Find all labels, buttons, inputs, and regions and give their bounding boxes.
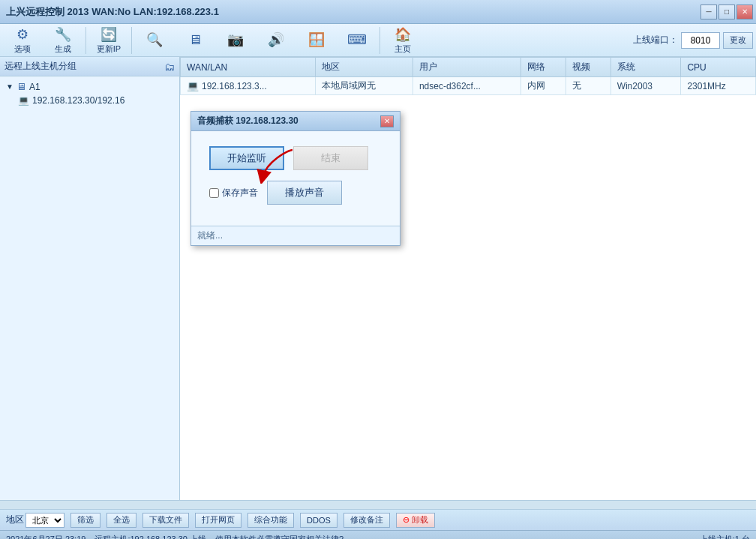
toolbar-monitor[interactable]: 🖥 (176, 31, 214, 50)
tree-item-label: A1 (29, 82, 40, 92)
toolbar-audio[interactable]: 🔊 (256, 30, 296, 50)
toolbar-generate-label: 生成 (55, 43, 71, 55)
open-web-button[interactable]: 打开网页 (195, 513, 242, 528)
data-table: WAN/LAN 地区 用户 网络 视频 系统 CPU 💻192.168.123.… (180, 57, 756, 95)
toolbar: ⚙ 选项 🔧 生成 🔄 更新IP 🔍 🖥 📷 🔊 🪟 ⌨ 🏠 主页 上线端口： … (0, 24, 756, 57)
sidebar: 远程上线主机分组 🗂 ▼ 🖥 A1 💻 192.168.123.30/192.1… (0, 57, 180, 500)
folder-icon: 🖥 (16, 81, 26, 92)
col-wan-lan: WAN/LAN (181, 58, 316, 77)
tree-child-host[interactable]: 💻 192.168.123.30/192.16 (15, 94, 176, 107)
toolbar-sep-1 (86, 27, 86, 54)
datetime-text: 2021年6月27日 23:19 (6, 534, 86, 539)
search-icon: 🔍 (146, 31, 163, 48)
table-row[interactable]: 💻192.168.123.3... 本地局域网无 ndsec-d362cf...… (181, 77, 756, 95)
sidebar-header: 远程上线主机分组 🗂 (0, 57, 179, 76)
toolbar-home-label: 主页 (394, 43, 411, 55)
stop-button[interactable]: 结束 (293, 146, 368, 170)
modify-button[interactable]: 修改备注 (344, 513, 390, 528)
toolbar-generate[interactable]: 🔧 生成 (44, 25, 82, 56)
toolbar-keyboard[interactable]: ⌨ (338, 30, 376, 50)
uninstall-button[interactable]: ⊖ 卸载 (396, 513, 435, 528)
col-video: 视频 (566, 58, 610, 77)
dialog-close-button[interactable]: ✕ (380, 115, 394, 127)
window-icon: 🪟 (308, 31, 325, 48)
toolbar-options-label: 选项 (14, 43, 31, 55)
cell-system: Win2003 (610, 77, 681, 95)
sidebar-icon: 🗂 (164, 61, 175, 73)
toolbar-home[interactable]: 🏠 主页 (383, 25, 422, 56)
status-text: 就绪... (197, 230, 223, 241)
col-user: 用户 (412, 58, 520, 77)
toolbar-options[interactable]: ⚙ 选项 (3, 25, 42, 56)
port-label: 上线端口： (633, 34, 678, 46)
port-input[interactable] (681, 32, 720, 49)
toolbar-update-ip-label: 更新IP (97, 43, 121, 55)
dialog-titlebar: 音频捕获 192.168.123.30 ✕ (191, 112, 400, 131)
dialog-buttons-row2: 保存声音 播放声音 (209, 181, 382, 205)
port-change-button[interactable]: 更改 (723, 32, 753, 49)
sidebar-tree: ▼ 🖥 A1 💻 192.168.123.30/192.16 (0, 76, 179, 110)
save-sound-checkbox[interactable] (209, 188, 219, 198)
uninstall-label: 卸载 (412, 514, 428, 526)
col-system: 系统 (610, 58, 681, 77)
remote-host-text: 远程主机:192.168.123.30 上线 (94, 534, 206, 539)
toolbar-camera[interactable]: 📷 (216, 30, 255, 50)
audio-icon: 🔊 (268, 31, 284, 48)
refresh-icon: 🔄 (100, 26, 117, 43)
dialog-content: 开始监听 结束 保存声音 播放声音 (191, 131, 400, 217)
save-sound-label: 保存声音 (222, 187, 258, 199)
col-network: 网络 (521, 58, 566, 77)
online-count-text: 上线主机:1 台 (700, 534, 750, 539)
col-area: 地区 (316, 58, 413, 77)
combined-button[interactable]: 综合功能 (248, 513, 294, 528)
toolbar-sep-3 (380, 27, 380, 54)
toolbar-search[interactable]: 🔍 (135, 30, 174, 50)
toolbar-window[interactable]: 🪟 (297, 30, 336, 50)
title-bar: 上兴远程控制 2013 WAN:No LAN:192.168.223.1 ─ □… (0, 0, 756, 24)
monitor-icon: 🖥 (188, 32, 202, 48)
cell-user: ndsec-d362cf... (412, 77, 520, 95)
download-button[interactable]: 下载文件 (142, 513, 189, 528)
keyboard-icon: ⌨ (347, 31, 367, 48)
area-select[interactable]: 北京 (26, 513, 64, 528)
uninstall-icon: ⊖ (403, 515, 410, 525)
table-header-row: WAN/LAN 地区 用户 网络 视频 系统 CPU (181, 58, 756, 77)
start-listen-button[interactable]: 开始监听 (209, 146, 284, 170)
tree-expand-icon: ▼ (6, 82, 14, 91)
camera-icon: 📷 (227, 31, 244, 48)
toolbar-update-ip[interactable]: 🔄 更新IP (89, 25, 128, 56)
horizontal-scrollbar[interactable] (0, 500, 756, 509)
audio-dialog: 音频捕获 192.168.123.30 ✕ 开始监听 结束 保存声音 播放声音 … (190, 111, 400, 246)
select-all-button[interactable]: 全选 (106, 513, 136, 528)
dialog-title: 音频捕获 192.168.123.30 (197, 115, 298, 127)
play-sound-button[interactable]: 播放声音 (267, 181, 342, 205)
minimize-button[interactable]: ─ (700, 4, 717, 19)
home-icon: 🏠 (394, 26, 411, 43)
port-area: 上线端口： 更改 (633, 32, 753, 49)
wrench-icon: 🔧 (55, 26, 71, 43)
app-title: 上兴远程控制 2013 WAN:No LAN:192.168.223.1 (6, 5, 219, 19)
close-button[interactable]: ✕ (736, 4, 753, 19)
cell-video: 无 (566, 77, 610, 95)
gear-icon: ⚙ (16, 26, 28, 43)
cell-network: 内网 (521, 77, 566, 95)
col-cpu: CPU (681, 58, 756, 77)
window-controls: ─ □ ✕ (700, 4, 753, 19)
sidebar-title: 远程上线主机分组 (4, 60, 76, 73)
save-sound-checkbox-area: 保存声音 (209, 187, 258, 199)
status-bar: 地区 北京 筛选 全选 下载文件 打开网页 综合功能 DDOS 修改备注 ⊖ 卸… (0, 509, 756, 530)
tree-item-a1[interactable]: ▼ 🖥 A1 (3, 79, 176, 94)
maximize-button[interactable]: □ (718, 4, 735, 19)
ddos-button[interactable]: DDOS (300, 513, 338, 528)
toolbar-sep-2 (131, 27, 132, 54)
tree-child-label: 192.168.123.30/192.16 (32, 95, 124, 106)
cell-area: 本地局域网无 (316, 77, 413, 95)
dialog-status: 就绪... (191, 226, 400, 245)
dialog-buttons-row1: 开始监听 结束 (209, 146, 382, 170)
area-label: 地区 (6, 514, 24, 526)
info-bar: 2021年6月27日 23:19 远程主机:192.168.123.30 上线 … (0, 530, 756, 539)
area-dropdown: 地区 北京 (6, 513, 64, 528)
legal-text: 使用本软件必需遵守国家相关法律?... (215, 534, 691, 539)
filter-button[interactable]: 筛选 (70, 513, 100, 528)
cell-cpu: 2301MHz (681, 77, 756, 95)
